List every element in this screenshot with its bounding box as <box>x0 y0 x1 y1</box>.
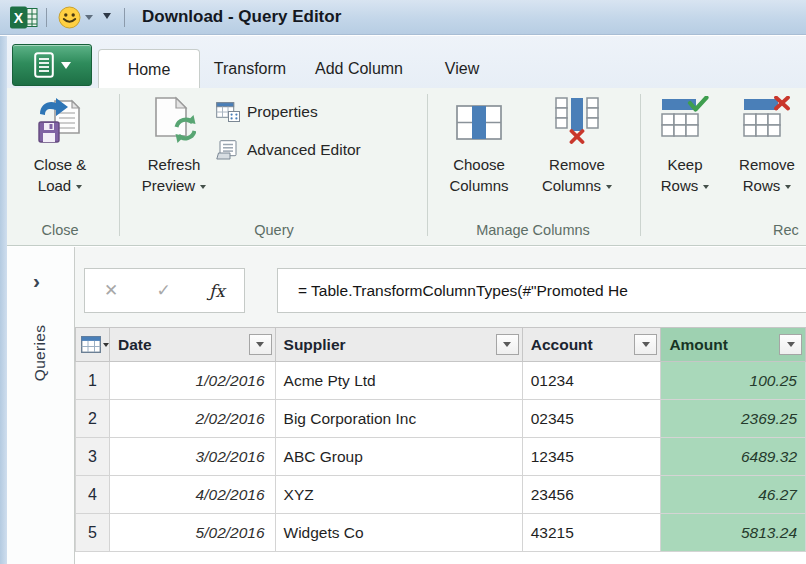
group-label-manage-columns: Manage Columns <box>434 222 632 238</box>
button-label: Columns <box>542 177 601 194</box>
cell-supplier[interactable]: Acme Pty Ltd <box>275 362 522 400</box>
remove-rows-icon <box>724 96 806 154</box>
file-list-icon <box>34 52 54 78</box>
cell-date[interactable]: 4/02/2016 <box>110 476 276 514</box>
queries-pane-label: Queries <box>31 325 49 381</box>
window-title: Download - Query Editor <box>142 0 341 34</box>
group-separator <box>427 94 428 236</box>
button-label: Load <box>38 177 71 194</box>
column-header-supplier[interactable]: Supplier <box>275 328 522 362</box>
cell-amount[interactable]: 6489.32 <box>661 438 806 476</box>
filter-button-date[interactable] <box>249 334 272 355</box>
group-label-close: Close <box>14 222 106 238</box>
row-number[interactable]: 3 <box>76 438 110 476</box>
query-editor-window: X Download - Query Editor <box>0 0 806 564</box>
tab-transform[interactable]: Transform <box>200 49 300 88</box>
table-row: 5 5/02/2016 Widgets Co 43215 5813.24 <box>76 514 806 552</box>
close-and-load-button[interactable]: Close & Load <box>14 96 106 196</box>
toolbar-customize-icon[interactable] <box>100 11 113 19</box>
remove-rows-button[interactable]: Remove Rows <box>724 96 806 196</box>
cell-account[interactable]: 12345 <box>522 438 661 476</box>
group-label-reduce-rows: Rec <box>773 222 806 238</box>
column-header-label: Date <box>118 336 152 353</box>
row-number[interactable]: 1 <box>76 362 110 400</box>
keep-rows-icon <box>648 96 722 154</box>
cell-account[interactable]: 02345 <box>522 400 661 438</box>
tab-add-column[interactable]: Add Column <box>300 49 418 88</box>
cell-supplier[interactable]: ABC Group <box>275 438 522 476</box>
dropdown-caret-icon <box>103 343 109 347</box>
dropdown-caret-icon <box>785 185 791 189</box>
expand-pane-icon[interactable]: › <box>33 271 40 291</box>
title-bar: X Download - Query Editor <box>0 0 806 35</box>
advanced-editor-icon <box>216 140 240 160</box>
svg-text:X: X <box>14 10 24 26</box>
dropdown-caret-icon <box>606 185 612 189</box>
cell-account[interactable]: 01234 <box>522 362 661 400</box>
properties-button[interactable]: Properties <box>216 102 318 122</box>
remove-columns-icon <box>528 96 626 154</box>
close-and-load-icon <box>14 96 106 154</box>
button-label: Properties <box>247 103 318 121</box>
button-label: Remove <box>549 156 605 173</box>
group-label-query: Query <box>126 222 422 238</box>
cell-amount[interactable]: 46.27 <box>661 476 806 514</box>
column-header-amount[interactable]: Amount <box>661 328 806 362</box>
excel-app-icon[interactable]: X <box>10 6 38 33</box>
filter-button-amount[interactable] <box>779 334 802 355</box>
button-label: Remove <box>739 156 795 173</box>
filter-button-supplier[interactable] <box>496 334 519 355</box>
button-label: Preview <box>142 177 195 194</box>
formula-input[interactable]: = Table.TransformColumnTypes(#"Promoted … <box>277 268 806 313</box>
titlebar-separator <box>124 8 125 27</box>
cell-date[interactable]: 1/02/2016 <box>110 362 276 400</box>
keep-rows-button[interactable]: Keep Rows <box>648 96 722 196</box>
cell-date[interactable]: 2/02/2016 <box>110 400 276 438</box>
table-icon <box>81 336 101 353</box>
column-header-label: Supplier <box>284 336 346 353</box>
ribbon: Close & Load Refresh Preview <box>0 88 806 246</box>
table-corner-button[interactable] <box>76 328 110 362</box>
group-separator <box>640 94 641 236</box>
smiley-dropdown-icon[interactable] <box>85 15 93 20</box>
cell-supplier[interactable]: XYZ <box>275 476 522 514</box>
dropdown-caret-icon <box>61 62 71 69</box>
cell-supplier[interactable]: Big Corporation Inc <box>275 400 522 438</box>
accept-formula-button[interactable]: ✓ <box>157 280 171 301</box>
button-label: Close & <box>34 156 87 173</box>
cancel-formula-button[interactable]: ✕ <box>104 280 118 301</box>
remove-columns-button[interactable]: Remove Columns <box>528 96 626 196</box>
column-header-account[interactable]: Account <box>522 328 661 362</box>
dropdown-caret-icon <box>200 185 206 189</box>
refresh-preview-button[interactable]: Refresh Preview <box>126 96 222 196</box>
ribbon-tab-row: Home Transform Add Column View <box>0 36 806 88</box>
cell-date[interactable]: 3/02/2016 <box>110 438 276 476</box>
advanced-editor-button[interactable]: Advanced Editor <box>216 140 361 160</box>
column-header-date[interactable]: Date <box>110 328 276 362</box>
data-preview-table: Date Supplier Account Amount 1 1/02/2016… <box>75 327 806 552</box>
formula-button-group: ✕ ✓ ƒx <box>84 268 245 313</box>
tab-view[interactable]: View <box>418 49 506 88</box>
row-number[interactable]: 4 <box>76 476 110 514</box>
cell-amount[interactable]: 5813.24 <box>661 514 806 552</box>
filter-button-account[interactable] <box>634 334 657 355</box>
smiley-icon[interactable] <box>58 6 81 33</box>
file-menu-button[interactable] <box>12 44 92 86</box>
table-row: 2 2/02/2016 Big Corporation Inc 02345 23… <box>76 400 806 438</box>
button-label: Rows <box>743 177 781 194</box>
cell-amount[interactable]: 2369.25 <box>661 400 806 438</box>
cell-amount[interactable]: 100.25 <box>661 362 806 400</box>
refresh-preview-icon <box>126 96 222 154</box>
cell-account[interactable]: 43215 <box>522 514 661 552</box>
row-number[interactable]: 2 <box>76 400 110 438</box>
cell-date[interactable]: 5/02/2016 <box>110 514 276 552</box>
button-label: Keep <box>667 156 702 173</box>
button-label: Rows <box>661 177 699 194</box>
row-number[interactable]: 5 <box>76 514 110 552</box>
cell-account[interactable]: 23456 <box>522 476 661 514</box>
choose-columns-button[interactable]: Choose Columns <box>434 96 524 196</box>
header-row: Date Supplier Account Amount <box>76 328 806 362</box>
tab-home[interactable]: Home <box>98 49 200 88</box>
window-left-border <box>0 36 7 564</box>
cell-supplier[interactable]: Widgets Co <box>275 514 522 552</box>
